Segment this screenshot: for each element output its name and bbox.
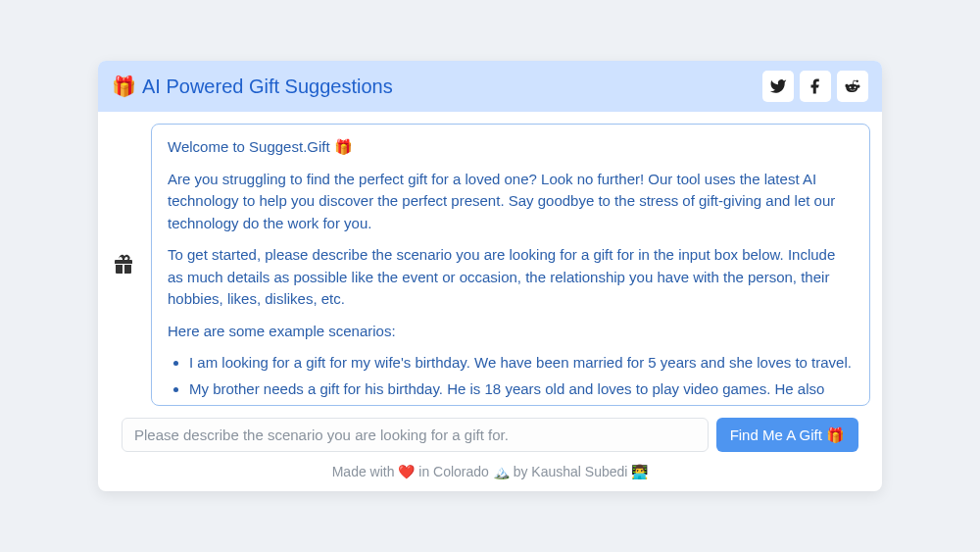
gift-icon [112,253,135,276]
input-row: Find Me A Gift 🎁 [110,406,870,464]
reddit-icon [844,77,861,95]
reddit-button[interactable] [837,71,868,102]
footer-text: Made with ❤️ in Colorado 🏔️ by Kaushal S… [332,464,649,479]
find-gift-button[interactable]: Find Me A Gift 🎁 [716,418,858,452]
twitter-button[interactable] [762,71,794,102]
social-links [762,71,868,102]
examples-heading: Here are some example scenarios: [168,321,854,343]
gift-emoji-icon: 🎁 [112,75,136,98]
assistant-message-row: Welcome to Suggest.Gift 🎁 Are you strugg… [110,124,870,406]
title-text: AI Powered Gift Suggestions [142,75,393,98]
welcome-line-2: Are you struggling to find the perfect g… [168,169,854,235]
header: 🎁 AI Powered Gift Suggestions [98,61,882,112]
footer: Made with ❤️ in Colorado 🏔️ by Kaushal S… [110,464,870,491]
welcome-line-3: To get started, please describe the scen… [168,244,854,311]
example-item: I am looking for a gift for my wife's bi… [189,352,854,375]
examples-list: I am looking for a gift for my wife's bi… [168,352,854,406]
body: Welcome to Suggest.Gift 🎁 Are you strugg… [98,112,882,491]
scenario-input[interactable] [122,418,709,452]
facebook-button[interactable] [800,71,831,102]
welcome-message: Welcome to Suggest.Gift 🎁 Are you strugg… [151,124,870,406]
page-title: 🎁 AI Powered Gift Suggestions [112,75,393,98]
twitter-icon [769,77,787,95]
assistant-avatar [110,253,137,276]
welcome-line-1: Welcome to Suggest.Gift 🎁 [168,136,854,159]
app-card: 🎁 AI Powered Gift Suggestions Welcome to… [98,61,882,491]
example-item: My brother needs a gift for his birthday… [189,378,854,407]
facebook-icon [807,77,824,95]
